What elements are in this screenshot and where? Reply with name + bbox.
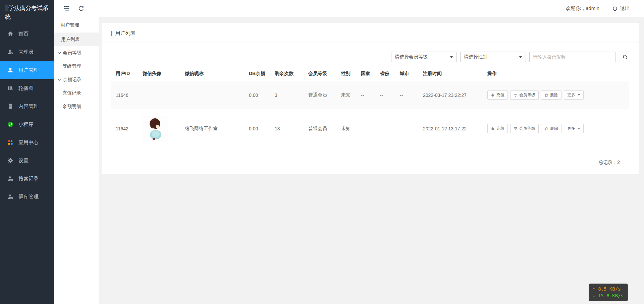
page-title: 用户列表 [115, 30, 136, 37]
main-area: 用户列表 请选择会员等级 请选择性别 [99, 17, 644, 304]
more-label: 更多 [567, 92, 575, 98]
recharge-button[interactable]: 充值 [487, 90, 508, 100]
member-level-button[interactable]: 会员等级 [510, 90, 539, 100]
table-header-row: 用户ID 微信头像 微信昵称 DB余额 剩余次数 会员等级 性别 国家 省份 城… [111, 67, 629, 81]
trash-icon [544, 127, 548, 131]
col-level: 会员等级 [304, 67, 336, 81]
sidebar-item-app-center[interactable]: 应用中心 [0, 133, 54, 151]
right-column: 欢迎你，admin 退出 用户管理 用户列表 会员等级 等级管理 余额 [54, 0, 644, 304]
cell-remaining: 3 [270, 81, 304, 109]
row-actions: 充值 会员等级 删除 更多 [487, 124, 629, 133]
table-row: 11642 绪飞网络工作室 0.00 13 普通会员 未知 -- -- [111, 109, 629, 148]
sidebar-item-carousel[interactable]: 轮播图 [0, 79, 54, 97]
sidebar-item-settings[interactable]: 设置 [0, 151, 54, 170]
sidebar-item-content[interactable]: 内容管理 [0, 97, 54, 115]
search-record-icon [7, 176, 13, 182]
content-icon [7, 103, 13, 109]
gender-select[interactable]: 请选择性别 [460, 52, 526, 62]
recharge-button[interactable]: 充值 [487, 124, 508, 133]
submenu-item-label: 用户列表 [61, 37, 80, 43]
sidebar-item-label: 用户管理 [18, 67, 39, 73]
cell-reg-time: 2022-01-12 13:17:22 [418, 109, 483, 148]
app-center-icon [7, 139, 13, 145]
topbar: 欢迎你，admin 退出 [54, 0, 644, 17]
cell-gender: 未知 [336, 109, 356, 148]
gender-select-value: 请选择性别 [464, 54, 487, 60]
sidebar-item-label: 设置 [18, 158, 29, 164]
col-nickname: 微信昵称 [180, 67, 244, 81]
level-badge-icon [514, 93, 518, 97]
delete-button[interactable]: 删除 [541, 90, 561, 100]
col-gender: 性别 [336, 67, 356, 81]
recharge-label: 充值 [496, 126, 504, 131]
more-button[interactable]: 更多 [564, 90, 584, 100]
col-user-id: 用户ID [111, 67, 138, 81]
sidebar-item-label: 搜索记录 [18, 176, 39, 182]
cell-province: -- [375, 81, 395, 109]
sidebar-item-label: 轮播图 [18, 85, 34, 92]
cell-avatar [138, 81, 180, 109]
sidebar-item-users[interactable]: 用户管理 [0, 61, 54, 79]
submenu-item-level-manage[interactable]: 等级管理 [54, 60, 99, 73]
cell-actions: 充值 会员等级 删除 更多 [483, 109, 629, 148]
more-button[interactable]: 更多 [564, 124, 584, 133]
submenu-item-label: 会员等级 [63, 50, 82, 56]
sidebar-item-label: 题库管理 [18, 194, 39, 200]
user-avatar [143, 116, 168, 142]
miniprogram-icon [7, 121, 13, 127]
cell-balance: 0.00 [244, 81, 270, 109]
submenu-item-user-list[interactable]: 用户列表 [54, 33, 99, 46]
cell-user-id: 11642 [111, 109, 138, 148]
recharge-label: 充值 [496, 92, 504, 98]
app-title: 学法满分考试系统 [5, 5, 48, 20]
refresh-icon[interactable] [78, 5, 85, 12]
secondary-sidebar: 用户管理 用户列表 会员等级 等级管理 余额记录 充值记录 余额明细 [54, 17, 99, 304]
logout-button[interactable]: 退出 [612, 5, 630, 12]
money-bag-icon [491, 93, 495, 97]
caret-down-icon [578, 94, 580, 96]
sidebar-item-label: 小程序 [18, 121, 34, 128]
cell-avatar [138, 109, 180, 148]
submenu-item-balance-records[interactable]: 余额记录 [54, 73, 99, 86]
sidebar-item-search-records[interactable]: 搜索记录 [0, 170, 54, 188]
app-layout: 学法满分考试系统 首页 管理员 用户管理 轮播图 内容管理 小程序 应用中 [0, 0, 644, 304]
cell-province: -- [375, 109, 395, 148]
cell-city: -- [395, 109, 418, 148]
chevron-down-icon [58, 52, 61, 54]
user-list-card: 用户列表 请选择会员等级 请选择性别 [102, 23, 639, 174]
sidebar-item-label: 首页 [18, 31, 29, 37]
col-city: 城市 [395, 67, 418, 81]
sidebar-item-label: 应用中心 [18, 139, 39, 146]
admin-user-icon [7, 49, 13, 55]
member-level-select[interactable]: 请选择会员等级 [391, 52, 457, 62]
title-accent-bar [111, 31, 112, 36]
sidebar-item-home[interactable]: 首页 [0, 25, 54, 43]
logout-label: 退出 [620, 5, 630, 12]
primary-sidebar: 学法满分考试系统 首页 管理员 用户管理 轮播图 内容管理 小程序 应用中 [0, 0, 54, 304]
member-level-button[interactable]: 会员等级 [510, 124, 539, 133]
search-button[interactable] [619, 52, 631, 62]
sidebar-item-admins[interactable]: 管理员 [0, 43, 54, 61]
home-icon [7, 31, 13, 37]
money-bag-icon [491, 127, 495, 131]
submenu-item-balance-detail[interactable]: 余额明细 [54, 100, 99, 113]
cell-actions: 充值 会员等级 删除 更多 [483, 81, 629, 109]
col-balance: DB余额 [244, 67, 270, 81]
sidebar-item-question-bank[interactable]: 题库管理 [0, 188, 54, 206]
sidebar-item-miniprogram[interactable]: 小程序 [0, 115, 54, 133]
collapse-menu-icon[interactable] [63, 5, 70, 12]
submenu-item-label: 余额记录 [63, 77, 82, 83]
submenu-item-member-level[interactable]: 会员等级 [54, 46, 99, 60]
member-level-label: 会员等级 [519, 92, 535, 98]
nickname-search-input[interactable] [529, 52, 615, 62]
carousel-icon [7, 85, 13, 91]
chevron-down-icon [450, 56, 453, 58]
submenu-item-recharge-records[interactable]: 充值记录 [54, 86, 99, 100]
delete-label: 删除 [550, 92, 558, 98]
search-icon [623, 54, 628, 60]
user-icon [7, 67, 13, 73]
row-actions: 充值 会员等级 删除 更多 [487, 90, 629, 100]
caret-down-icon [578, 128, 580, 129]
delete-button[interactable]: 删除 [541, 124, 561, 133]
total-records-label: 总记录： [598, 160, 617, 165]
